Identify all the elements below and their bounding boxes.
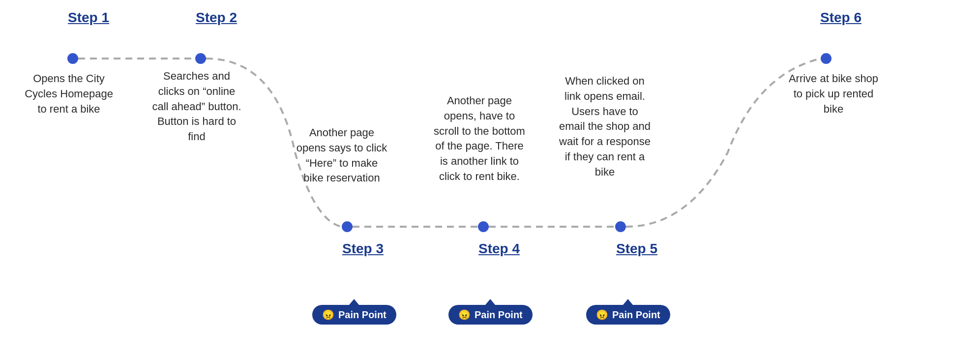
step6-description: Arrive at bike shopto pick up rentedbike — [767, 71, 900, 117]
pain-point-label: Pain Point — [338, 309, 386, 321]
pain-point-label-3: Pain Point — [612, 309, 660, 321]
step6-dot — [821, 53, 832, 64]
step4-pain-point: 😠 Pain Point — [448, 305, 533, 325]
step4-label: Step 4 — [450, 241, 548, 257]
step5-description: When clicked onlink opens email.Users ha… — [534, 74, 676, 180]
step5-label: Step 5 — [588, 241, 686, 257]
step3-label: Step 3 — [314, 241, 412, 257]
step1-label: Step 1 — [39, 10, 138, 26]
diagram-container: Step 1 Opens the CityCycles Homepageto r… — [0, 0, 980, 358]
step4-dot — [478, 221, 489, 232]
step1-dot — [67, 53, 78, 64]
pain-point-label-2: Pain Point — [475, 309, 523, 321]
step2-description: Searches andclicks on “onlinecall ahead”… — [138, 69, 256, 145]
step3-pain-point: 😠 Pain Point — [312, 305, 396, 325]
step1-description: Opens the CityCycles Homepageto rent a b… — [10, 71, 128, 117]
step3-description: Another pageopens says to click“Here” to… — [280, 125, 403, 186]
pain-point-emoji: 😠 — [322, 309, 334, 321]
step4-description: Another pageopens, have toscroll to the … — [418, 93, 541, 184]
step6-label: Step 6 — [792, 10, 890, 26]
pain-point-emoji-2: 😠 — [458, 309, 471, 321]
step2-dot — [195, 53, 206, 64]
step3-dot — [342, 221, 353, 232]
step5-pain-point: 😠 Pain Point — [586, 305, 670, 325]
step5-dot — [615, 221, 626, 232]
pain-point-emoji-3: 😠 — [596, 309, 608, 321]
step2-label: Step 2 — [167, 10, 266, 26]
